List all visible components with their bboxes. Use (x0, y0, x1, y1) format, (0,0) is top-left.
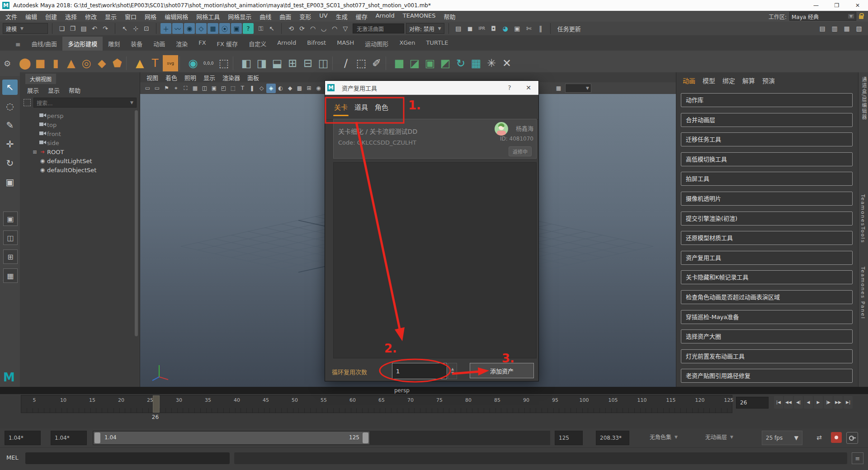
menu-item[interactable]: 缓存 (356, 12, 368, 21)
viewport-toggle-icon[interactable]: ◫ (200, 84, 209, 93)
menu-item[interactable]: 网格显示 (228, 12, 251, 21)
shelf-tool-icon[interactable]: ◎ (79, 55, 94, 71)
shelf-menu-icon[interactable]: ≡ (15, 41, 21, 48)
shelf-tool-icon[interactable] (179, 56, 184, 70)
shelf-tab[interactable]: 多边形建模 (62, 37, 103, 51)
viewport-toggle-icon[interactable]: ◇ (257, 84, 266, 93)
shelf-tool-icon[interactable]: ◩ (438, 55, 453, 71)
anim-layer-dropdown[interactable]: 无动画层▼ (705, 433, 733, 441)
shelf-tab[interactable]: FX (193, 37, 211, 51)
file-op-icon[interactable]: ▤ (78, 23, 89, 34)
dock-tab[interactable]: 通道盒/层编辑器 (860, 77, 867, 121)
close-icon[interactable]: ✕ (519, 84, 538, 91)
viewport-toggle-icon[interactable]: ▭ (152, 84, 162, 93)
outliner-item-defaultobjectset[interactable]: ⊞◉defaultObjectSet (20, 165, 140, 174)
menu-item[interactable]: 网格工具 (196, 12, 220, 21)
tool-button[interactable]: 动作库 (681, 93, 853, 107)
playback-button[interactable]: ▶ (814, 396, 823, 409)
shelf-tool-icon[interactable]: ✐ (369, 55, 384, 71)
range-start-handle[interactable] (94, 432, 100, 443)
minimize-button[interactable]: — (806, 2, 826, 9)
tool-button[interactable]: 迁移任务工具 (681, 132, 853, 146)
viewport-toggle-icon[interactable]: ▭ (143, 84, 152, 93)
lock-icon[interactable] (859, 15, 863, 19)
shelf-tool-icon[interactable]: T (147, 55, 163, 71)
tool-button[interactable]: 穿插巡检-Maya准备 (681, 310, 853, 324)
shelf-tool-icon[interactable]: ⬟ (109, 55, 125, 71)
dock-tab[interactable]: Teamones Panel (860, 267, 866, 319)
paint-select-tool-icon[interactable]: ✎ (2, 118, 18, 133)
viewport-menu-item[interactable]: 照明 (184, 73, 196, 82)
menu-item[interactable]: 曲面 (279, 12, 291, 21)
maya-logo-icon[interactable]: M (3, 371, 15, 384)
snap-icon[interactable]: ◉ (184, 23, 195, 34)
viewport-toggle-icon[interactable]: ⌖ (171, 84, 181, 93)
mel-label[interactable]: MEL (6, 454, 19, 461)
layout-preset-button[interactable]: ⊞ (3, 249, 18, 264)
outliner-item-persp[interactable]: ⊞persp (20, 111, 140, 120)
menu-item[interactable]: 编辑网格 (165, 12, 188, 21)
viewport-toggle-icon[interactable]: T (238, 84, 247, 93)
rotate-tool-icon[interactable]: ↻ (2, 155, 18, 171)
select-tool-icon[interactable]: ↖ (2, 80, 18, 95)
viewport-toggle-icon[interactable]: ▦ (190, 84, 200, 93)
shelf-tab[interactable]: 动画 (148, 37, 170, 51)
playback-button[interactable]: ◀| (794, 396, 803, 409)
viewport-menu-item[interactable]: 视图 (146, 73, 158, 82)
dialog-titlebar[interactable]: M 资产复用工具 ? ✕ (325, 81, 538, 95)
tool-button[interactable]: 灯光前置发布动画工具 (681, 349, 853, 363)
construction-history-icon[interactable]: ⟲ (286, 23, 297, 34)
layout-preset-button[interactable]: ▣ (3, 212, 18, 226)
tool-button[interactable]: 高低模切换工具 (681, 152, 853, 166)
render-icon[interactable]: ◘ (488, 23, 499, 34)
scrollbar[interactable] (135, 110, 138, 336)
shelf-tool-icon[interactable]: ◨ (254, 55, 269, 71)
viewport-toggle-icon[interactable]: ⚑ (162, 84, 171, 93)
snap-icon[interactable]: ◇ (196, 23, 207, 34)
animation-start-field[interactable]: 1.04* (5, 431, 41, 445)
shelf-tool-icon[interactable]: ■ (392, 55, 407, 71)
menu-item[interactable]: 文件 (5, 12, 17, 21)
viewport-toggle-icon[interactable]: ◈ (266, 84, 276, 93)
panel-tab-绑定[interactable]: 绑定 (722, 76, 735, 85)
dialog-tab-角色[interactable]: 角色 (375, 102, 388, 116)
tool-button[interactable]: 提交引擎渲染(初渲) (681, 212, 853, 226)
sidebar-toggle-icon[interactable]: ▤ (817, 23, 828, 34)
tool-button[interactable]: 选择资产大圈 (681, 329, 853, 343)
close-button[interactable]: ✕ (847, 2, 868, 9)
render-icon[interactable]: ▣ (512, 23, 523, 34)
viewport-toggle-icon[interactable]: ◉ (314, 84, 323, 93)
construction-history-icon[interactable]: ▽ (340, 23, 351, 34)
playback-end-field[interactable]: 125 (555, 431, 583, 445)
outliner-item-side[interactable]: ⊞side (20, 138, 140, 147)
menu-item[interactable]: 变形 (299, 12, 311, 21)
snap-icon[interactable]: 〰 (172, 23, 183, 34)
playback-range-block[interactable]: 1.04 125 (94, 432, 369, 444)
viewport-menu-item[interactable]: 显示 (203, 73, 215, 82)
viewport-toggle-icon[interactable]: ⛶ (181, 84, 190, 93)
shelf-tab[interactable]: XGen (394, 37, 420, 51)
menu-item[interactable]: 选择 (65, 12, 77, 21)
menu-item[interactable]: 帮助 (443, 12, 455, 21)
dialog-tab-关卡[interactable]: 关卡 (334, 102, 348, 116)
shelf-tool-icon[interactable]: ⬤ (17, 55, 33, 71)
asset-list-area[interactable] (333, 162, 537, 358)
animation-end-field[interactable]: 208.33* (596, 431, 629, 445)
shelf-tool-icon[interactable]: ◆ (94, 55, 109, 71)
menu-set-dropdown[interactable]: 建模 ▼ (3, 23, 48, 34)
menu-item[interactable]: Arnold (376, 12, 395, 21)
shelf-tool-icon[interactable]: ▦ (468, 55, 484, 71)
grid-icon[interactable]: ▦ (554, 83, 563, 93)
shelf-tab[interactable]: FX 缓存 (212, 37, 244, 51)
shelf-tab[interactable]: 雕刻 (103, 37, 125, 51)
shelf-tool-icon[interactable]: ✳ (484, 55, 499, 71)
shelf-tool-icon[interactable]: ◧ (239, 55, 254, 71)
tool-button[interactable]: 拍屏工具 (681, 172, 853, 186)
task-card[interactable]: 关卡细化 / 关卡流程测试DD Code: GKLCCSDD_CZULHT 杨鑫… (333, 119, 537, 159)
menu-item[interactable]: 网格 (145, 12, 156, 21)
snap-icon[interactable]: ▣ (231, 23, 242, 34)
active-surface-field[interactable]: 无激活曲面 (353, 24, 404, 33)
workspace-dropdown[interactable]: Maya 经典 ▼ (789, 12, 856, 21)
viewport-toggle-icon[interactable]: ◆ (285, 84, 295, 93)
file-op-icon[interactable]: ❐ (67, 23, 78, 34)
